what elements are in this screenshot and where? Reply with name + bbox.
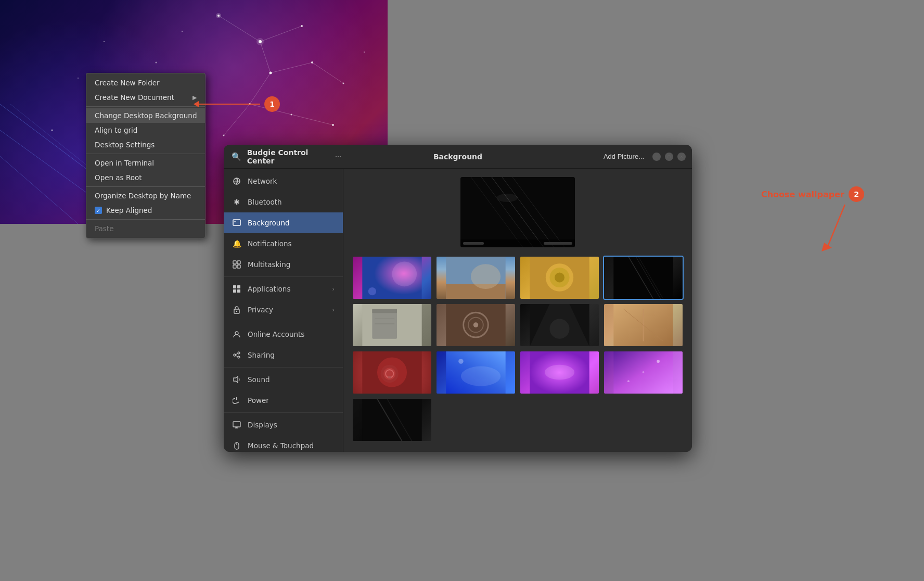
wallpaper-thumb-5[interactable] [352, 303, 432, 347]
context-menu-item-create-folder[interactable]: Create New Folder [86, 75, 205, 90]
privacy-icon [232, 305, 241, 314]
svg-point-109 [657, 360, 660, 363]
svg-rect-102 [388, 376, 391, 378]
wallpaper-13-preview [353, 399, 431, 441]
separator-4 [86, 219, 205, 220]
sidebar-item-power[interactable]: Power [224, 390, 343, 411]
wallpaper-thumb-8[interactable] [603, 303, 684, 347]
sidebar-sep-4 [224, 412, 343, 413]
sidebar-item-mouse-touchpad[interactable]: Mouse & Touchpad [224, 435, 343, 452]
sidebar-sep-2 [224, 322, 343, 322]
displays-icon [232, 420, 241, 430]
wallpaper-4-preview [604, 257, 683, 299]
background-icon [232, 218, 241, 228]
sound-icon [232, 375, 241, 384]
sidebar-item-background[interactable]: Background [224, 212, 343, 233]
svg-rect-72 [446, 284, 505, 299]
svg-point-110 [627, 380, 630, 382]
sidebar-item-sound[interactable]: Sound [224, 369, 343, 390]
wallpaper-thumb-2[interactable] [435, 256, 516, 300]
context-menu: Create New Folder Create New Document ▶ … [86, 73, 206, 238]
keep-aligned-label: Keep Aligned [106, 206, 152, 214]
wallpaper-thumb-12[interactable] [603, 350, 684, 395]
wallpaper-thumb-1[interactable] [352, 256, 432, 300]
svg-point-50 [238, 356, 240, 358]
context-menu-item-keep-aligned[interactable]: Keep Aligned [86, 203, 205, 218]
sidebar-item-applications[interactable]: Applications › [224, 279, 343, 299]
wallpaper-thumb-4[interactable] [603, 256, 684, 300]
close-button[interactable]: × [677, 153, 686, 161]
paste-label: Paste [95, 224, 113, 233]
change-bg-label: Change Desktop Background [95, 111, 197, 120]
context-menu-item-paste: Paste [86, 221, 205, 236]
wallpaper-grid [352, 256, 684, 442]
wallpaper-thumb-3[interactable] [519, 256, 600, 300]
wallpaper-thumb-10[interactable] [435, 350, 516, 395]
svg-rect-78 [613, 257, 673, 299]
sidebar-item-privacy[interactable]: Privacy › [224, 299, 343, 320]
separator-2 [86, 154, 205, 154]
svg-point-90 [473, 322, 479, 327]
context-menu-item-open-root[interactable]: Open as Root [86, 170, 205, 185]
svg-point-19 [223, 135, 225, 136]
search-button[interactable]: 🔍 [230, 149, 243, 164]
wallpaper-thumb-6[interactable] [435, 303, 516, 347]
sidebar-item-network[interactable]: Network [224, 171, 343, 192]
svg-rect-37 [233, 261, 236, 264]
sidebar-item-displays[interactable]: Displays [224, 414, 343, 435]
wallpaper-9-preview [353, 351, 431, 394]
context-menu-item-desktop-settings[interactable]: Desktop Settings [86, 137, 205, 152]
svg-rect-112 [362, 399, 421, 441]
minimize-button[interactable]: − [652, 153, 661, 161]
open-terminal-label: Open in Terminal [95, 159, 154, 167]
wallpaper-1-preview [353, 257, 431, 299]
multitasking-icon [232, 260, 241, 269]
wallpaper-thumb-11[interactable] [519, 350, 600, 395]
window-body: Network ✱ Bluetooth Background 🔔 Notific… [224, 169, 692, 452]
svg-rect-84 [372, 309, 397, 313]
svg-point-107 [545, 365, 574, 380]
sidebar-item-multitasking[interactable]: Multitasking [224, 254, 343, 275]
sidebar-sound-label: Sound [248, 375, 270, 384]
main-content [343, 169, 692, 452]
sidebar-item-notifications[interactable]: 🔔 Notifications [224, 233, 343, 254]
svg-rect-35 [233, 220, 240, 225]
create-folder-label: Create New Folder [95, 79, 160, 87]
bluetooth-icon: ✱ [232, 197, 241, 207]
svg-point-77 [555, 272, 564, 282]
svg-rect-36 [234, 221, 236, 222]
titlebar-center: Background [344, 153, 571, 161]
context-menu-item-align-grid[interactable]: Align to grid [86, 123, 205, 137]
sidebar-item-bluetooth[interactable]: ✱ Bluetooth [224, 192, 343, 212]
context-menu-item-organize[interactable]: Organize Desktop by Name [86, 188, 205, 203]
applications-icon [232, 284, 241, 294]
menu-button[interactable]: ⋯ [331, 149, 344, 164]
context-menu-item-create-document[interactable]: Create New Document ▶ [86, 90, 205, 105]
svg-point-12 [256, 38, 264, 45]
svg-point-17 [291, 114, 292, 116]
annotation-2: Choose wallpaper 2 [761, 186, 864, 254]
privacy-arrow: › [332, 307, 335, 313]
context-menu-item-open-terminal[interactable]: Open in Terminal [86, 156, 205, 170]
network-icon [232, 176, 241, 186]
sidebar-applications-label: Applications [248, 285, 290, 293]
wallpaper-thumb-13[interactable] [352, 398, 432, 442]
wallpaper-thumb-7[interactable] [519, 303, 600, 347]
svg-line-52 [236, 356, 238, 357]
wallpaper-thumb-9[interactable] [352, 350, 432, 395]
add-picture-button[interactable]: Add Picture... [599, 150, 648, 162]
annotation-1: 1 [198, 96, 280, 112]
svg-line-51 [236, 353, 238, 355]
wallpaper-3-preview [520, 257, 599, 299]
svg-line-1 [260, 26, 302, 42]
annotation-2-text: Choose wallpaper [761, 190, 844, 199]
context-menu-item-change-bg[interactable]: Change Desktop Background [86, 108, 205, 123]
sidebar-item-online-accounts[interactable]: Online Accounts [224, 324, 343, 345]
sidebar-sep-1 [224, 276, 343, 277]
svg-point-24 [78, 78, 79, 79]
svg-rect-38 [237, 261, 240, 264]
annotation-2-label: Choose wallpaper 2 [761, 186, 864, 202]
sidebar-item-sharing[interactable]: Sharing [224, 345, 343, 365]
svg-line-32 [0, 156, 78, 224]
maximize-button[interactable]: □ [665, 153, 673, 161]
